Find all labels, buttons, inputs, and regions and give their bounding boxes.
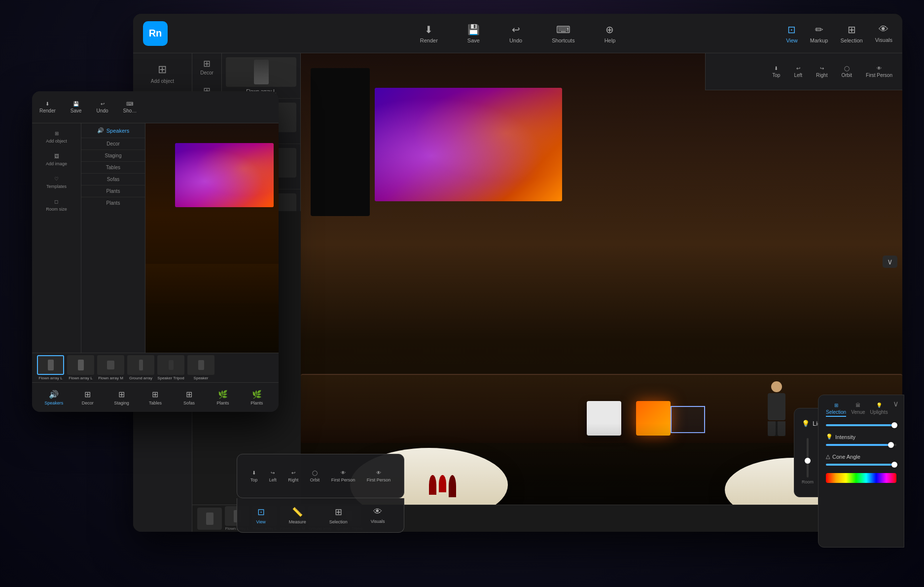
front-tool-plants-2[interactable]: 🌿 Plants (243, 390, 270, 405)
view-btn-view[interactable]: ⊡ View (256, 507, 265, 524)
small-top-icon: ⬇ (252, 470, 256, 476)
front-thumb-img-4 (127, 355, 154, 375)
front-sidebar-templates[interactable]: ♡ Templates (46, 176, 67, 189)
right-view-icon: ↪ (820, 66, 824, 71)
sidebar-add-object[interactable]: ⊞ Add object (151, 63, 174, 84)
view-left-btn[interactable]: ↩ Left (794, 66, 802, 78)
front-tool-speakers[interactable]: 🔊 Speakers (40, 390, 68, 405)
markup-icon: ✏ (815, 24, 823, 36)
intensity-slider[interactable] (826, 444, 896, 446)
front-sidebar-add-object[interactable]: ⊞ Add object (46, 131, 67, 144)
small-firstperson-1-icon: 👁 (341, 470, 346, 476)
sel-top-slider[interactable] (826, 424, 896, 426)
cone-label: △ Cone Angle (826, 453, 896, 460)
front-tool-staging[interactable]: ⊞ Staging (108, 390, 135, 405)
small-firstperson-2-btn[interactable]: 👁 First Person (367, 470, 391, 482)
front-plants-tab-1[interactable]: Plants (81, 185, 145, 197)
front-shortcuts-icon: ⌨ (126, 101, 133, 107)
sel-h-slider-track (826, 424, 896, 426)
stage-screen (375, 88, 562, 201)
view-top-btn[interactable]: ⬇ Top (772, 66, 780, 78)
panel-collapse-btn[interactable]: ∨ (883, 256, 897, 268)
view-toolbar: ⬇ Top ↩ Left ↪ Right ◯ Orbit 👁 First Per… (705, 53, 902, 90)
front-sofas-tab[interactable]: Sofas (81, 174, 145, 185)
sel-venue-icon: 🏛 (855, 403, 860, 408)
small-firstperson-1-btn[interactable]: 👁 First Person (331, 470, 355, 482)
front-toolbar: ⬇ Render 💾 Save ↩ Undo ⌨ Sho… (32, 91, 279, 123)
color-strip[interactable] (826, 473, 896, 483)
front-tool-speakers-icon: 🔊 (49, 390, 59, 399)
front-save-btn[interactable]: 💾 Save (71, 101, 82, 113)
visuals-icon: 👁 (879, 24, 888, 35)
toolbar-render[interactable]: ⬇ Render (420, 24, 438, 43)
room-slider[interactable]: Room (802, 438, 814, 484)
sel-panel-dropdown[interactable]: ∨ (893, 399, 899, 408)
front-thumb-item-1[interactable]: Flown array L (37, 355, 64, 380)
small-left-btn[interactable]: ↪ Left (269, 470, 277, 482)
small-firstperson-2-icon: 👁 (376, 470, 381, 476)
front-thumb-item-6[interactable]: Speaker (187, 355, 214, 380)
cone-slider-thumb[interactable] (891, 462, 897, 468)
thumb-1[interactable] (197, 508, 222, 530)
front-decor-tab[interactable]: Decor (81, 138, 145, 150)
front-tool-decor[interactable]: ⊞ Decor (74, 390, 101, 405)
front-shortcuts-btn[interactable]: ⌨ Sho… (123, 101, 137, 113)
front-tool-sofas[interactable]: ⊞ Sofas (176, 390, 203, 405)
small-orbit-btn[interactable]: ◯ Orbit (310, 470, 320, 482)
front-tool-row: 🔊 Speakers ⊞ Decor ⊞ Staging ⊞ Tables ⊞ … (32, 383, 279, 412)
view-orbit-btn[interactable]: ◯ Orbit (841, 66, 852, 78)
room-slider-thumb[interactable] (805, 458, 811, 464)
front-speakers-tab[interactable]: 🔊 Speakers (81, 123, 145, 138)
view-btn-selection[interactable]: ⊞ Selection (329, 507, 348, 524)
front-tool-plants-2-icon: 🌿 (252, 390, 262, 399)
view-btn-visuals[interactable]: 👁 Visuals (371, 507, 385, 524)
app-logo[interactable]: Rn (143, 21, 168, 46)
front-tool-sofas-icon: ⊞ (186, 390, 192, 399)
small-left-icon: ↪ (271, 470, 275, 476)
front-render-btn[interactable]: ⬇ Render (39, 101, 56, 113)
view-btn-measure[interactable]: 📏 Measure (289, 507, 306, 524)
front-sidebar-add-image[interactable]: 🖼 Add image (46, 153, 67, 166)
toolbar-selection[interactable]: ⊞ Selection (840, 24, 862, 43)
sel-tab-selection[interactable]: ⊞ Selection (826, 403, 846, 417)
sel-h-slider-thumb[interactable] (891, 422, 897, 428)
front-save-icon: 💾 (73, 101, 79, 107)
front-staging-tab[interactable]: Staging (81, 150, 145, 162)
front-plants-tab-2[interactable]: Plants (81, 197, 145, 209)
front-window: ⬇ Render 💾 Save ↩ Undo ⌨ Sho… ⊞ Add obje… (32, 91, 279, 412)
sel-tab-uplights[interactable]: 💡 Uplights (870, 403, 888, 417)
toolbar-save[interactable]: 💾 Save (467, 24, 480, 43)
cone-slider[interactable] (826, 464, 896, 466)
sel-tabs: ⊞ Selection 🏛 Venue 💡 Uplights (826, 403, 896, 417)
toolbar-visuals[interactable]: 👁 Visuals (875, 24, 892, 43)
front-thumb-item-5[interactable]: Speaker Tripod (157, 355, 184, 380)
front-thumb-row: Flown array L Flown array L Flown array … (32, 353, 279, 383)
front-thumb-item-4[interactable]: Ground array (127, 355, 154, 380)
intensity-icon: 💡 (826, 434, 833, 440)
sel-tab-venue[interactable]: 🏛 Venue (851, 403, 865, 417)
front-undo-btn[interactable]: ↩ Undo (97, 101, 108, 113)
screen-wave (375, 88, 562, 201)
intensity-slider-thumb[interactable] (888, 442, 894, 448)
view-right-btn[interactable]: ↪ Right (816, 66, 827, 78)
front-speaker-panel: 🔊 Speakers Decor Staging Tables Sofas Pl… (81, 123, 145, 353)
front-sidebar-room-size[interactable]: ◻ Room size (46, 199, 67, 212)
toolbar-markup[interactable]: ✏ Markup (810, 24, 828, 43)
view-firstperson-btn[interactable]: 👁 First Person (866, 66, 892, 78)
front-thumb-item-3[interactable]: Flown array M (97, 355, 124, 380)
front-screen-wave (175, 143, 274, 207)
front-thumb-img-6 (187, 355, 214, 375)
toolbar-undo[interactable]: ↩ Undo (509, 24, 522, 43)
toolbar-view[interactable]: ⊡ View (786, 24, 798, 43)
small-top-btn[interactable]: ⬇ Top (250, 470, 258, 482)
front-tool-plants-1[interactable]: 🌿 Plants (210, 390, 237, 405)
cat-decor[interactable]: ⊞ Decor (200, 58, 213, 75)
front-tables-tab[interactable]: Tables (81, 162, 145, 174)
toolbar-help[interactable]: ⊕ Help (604, 24, 616, 43)
lighting-bulb-icon: 💡 (802, 420, 810, 427)
front-thumb-item-2[interactable]: Flown array L (67, 355, 94, 380)
small-right-btn[interactable]: ↩ Right (288, 470, 298, 482)
toolbar-shortcuts[interactable]: ⌨ Shortcuts (552, 24, 574, 43)
front-tool-tables[interactable]: ⊞ Tables (142, 390, 169, 405)
front-speakers-tab-icon: 🔊 (97, 127, 104, 134)
